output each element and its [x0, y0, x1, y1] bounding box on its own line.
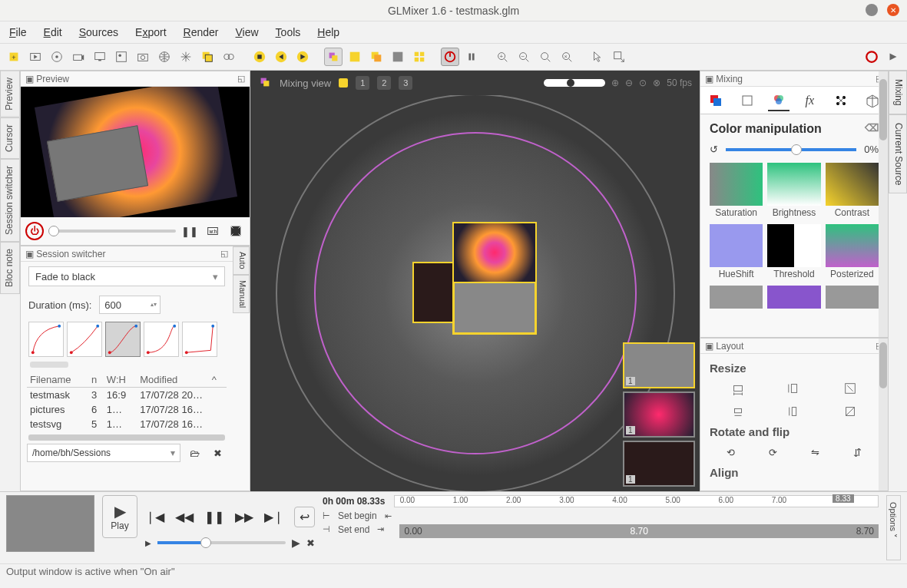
set-begin-label[interactable]: Set begin: [338, 510, 377, 521]
aspect-icon[interactable]: w:h: [204, 222, 222, 240]
set-end-label[interactable]: Set end: [338, 524, 369, 538]
step-fwd-icon[interactable]: ▶▶: [235, 510, 253, 524]
minimize-button[interactable]: [866, 4, 878, 16]
grid-view-icon[interactable]: [410, 48, 429, 66]
speed-up-icon[interactable]: ▶: [292, 537, 300, 549]
menu-render[interactable]: Render: [184, 26, 219, 38]
tab-preview[interactable]: Preview: [0, 71, 20, 117]
resize-original-icon[interactable]: [729, 402, 747, 421]
curve-2[interactable]: [67, 322, 102, 357]
menu-edit[interactable]: Edit: [44, 26, 62, 38]
slot-2[interactable]: 2: [377, 76, 391, 90]
rotate-cw-icon[interactable]: ⟳: [764, 443, 783, 461]
zoom-out-icon[interactable]: ⊖: [625, 78, 633, 88]
tab-cursor[interactable]: Cursor: [0, 117, 20, 159]
flip-h-icon[interactable]: ⇋: [806, 443, 825, 461]
source-thumb-1[interactable]: [452, 222, 537, 283]
color-amount-slider[interactable]: [726, 148, 856, 151]
goto-start-icon[interactable]: ❘◀: [145, 510, 164, 524]
pause-icon[interactable]: ❚❚: [204, 510, 224, 524]
tab-options[interactable]: Options ˅: [886, 495, 901, 560]
move-tool-icon[interactable]: [610, 48, 628, 66]
play-icon[interactable]: [293, 48, 312, 66]
add-source-icon[interactable]: +: [5, 48, 23, 66]
resize-width-icon[interactable]: [729, 379, 747, 398]
mixing-view-icon[interactable]: [324, 48, 343, 66]
source-mini-preview[interactable]: [6, 495, 94, 552]
fx-contrast[interactable]: Contrast: [826, 163, 879, 218]
time-range-bar[interactable]: 0.00 8.70 8.70: [399, 524, 879, 538]
tab-color-icon[interactable]: [768, 90, 789, 111]
reset-slider-icon[interactable]: ↺: [710, 144, 718, 155]
folder-icon[interactable]: 🗁: [185, 444, 204, 462]
speed-reset-icon[interactable]: ✖: [306, 537, 315, 549]
preview-opacity-slider[interactable]: [48, 230, 176, 233]
tab-mixing-side[interactable]: Mixing: [889, 71, 907, 114]
tab-blending-icon[interactable]: [705, 90, 727, 111]
fx-threshold[interactable]: Threshold: [767, 224, 820, 279]
video-source-icon[interactable]: [26, 48, 45, 66]
speed-slider[interactable]: [157, 541, 286, 544]
cd-source-icon[interactable]: [48, 48, 66, 66]
menu-help[interactable]: Help: [317, 26, 339, 38]
layout-scrollbar[interactable]: [879, 339, 888, 491]
undock-icon[interactable]: ◱: [220, 249, 228, 259]
menu-export[interactable]: Export: [135, 26, 166, 38]
curve-1[interactable]: [28, 322, 64, 357]
undock-icon[interactable]: ◱: [237, 74, 245, 84]
flip-v-icon[interactable]: ⇵: [849, 443, 867, 461]
layers-view-icon[interactable]: [367, 48, 386, 66]
rotate-ccw-icon[interactable]: ⟲: [722, 443, 740, 461]
web-source-icon[interactable]: [155, 48, 174, 66]
tab-current-source[interactable]: Current Source: [889, 114, 907, 193]
onair-toggle[interactable]: ⏻: [25, 222, 44, 240]
zoom-reset-icon[interactable]: ×: [558, 48, 576, 66]
pause-output-icon[interactable]: [462, 48, 481, 66]
fx-saturation[interactable]: Saturation: [710, 163, 763, 218]
curve-5[interactable]: [182, 322, 217, 357]
curve-3[interactable]: [105, 322, 141, 357]
zoom-reset-icon[interactable]: ⊗: [653, 78, 660, 88]
zoom-fit-icon[interactable]: ⊙: [639, 78, 647, 88]
catalog-item-2[interactable]: 1: [623, 391, 695, 438]
loop-icon[interactable]: ↩: [294, 507, 315, 527]
step-back-icon[interactable]: ◀◀: [175, 510, 194, 524]
delete-icon[interactable]: ✖: [208, 444, 227, 462]
fullscreen-icon[interactable]: [227, 222, 245, 240]
clear-color-icon[interactable]: ⌫: [865, 122, 879, 136]
play-button[interactable]: ▶ Play: [102, 495, 137, 538]
table-scrollbar[interactable]: [28, 434, 225, 441]
resize-fit-icon[interactable]: [841, 379, 859, 398]
tab-auto[interactable]: Auto: [233, 246, 250, 275]
menu-sources[interactable]: Sources: [79, 26, 118, 38]
close-button[interactable]: ✕: [887, 4, 899, 16]
fx-more-1[interactable]: [710, 286, 763, 310]
fade-mode-combo[interactable]: Fade to black: [28, 266, 225, 286]
mixing-scrollbar[interactable]: [879, 71, 888, 337]
time-marker[interactable]: 8.33: [833, 494, 853, 503]
fx-hueshift[interactable]: HueShift: [710, 224, 763, 279]
resize-diag-icon[interactable]: [841, 402, 859, 421]
mixing-view[interactable]: Mixing view 1 2 3 ⊕ ⊖ ⊙ ⊗ 50 fps 1: [250, 71, 700, 491]
speed-down-icon[interactable]: ▶: [145, 539, 151, 547]
tab-plugin-icon[interactable]: [830, 90, 852, 111]
rendering-view-icon[interactable]: [389, 48, 407, 66]
zoom-in-icon[interactable]: ⊕: [611, 78, 619, 88]
stop-icon[interactable]: [250, 48, 269, 66]
menu-view[interactable]: View: [236, 26, 259, 38]
expand-icon[interactable]: [884, 48, 902, 66]
zoom-fit-icon[interactable]: [536, 48, 554, 66]
tab-mask-icon[interactable]: [737, 90, 758, 111]
cursor-tool-icon[interactable]: [588, 48, 607, 66]
horiz-scrollbar[interactable]: [30, 362, 68, 368]
tab-fx-icon[interactable]: fx: [799, 90, 820, 111]
menu-file[interactable]: File: [9, 26, 27, 38]
slot-3[interactable]: 3: [399, 76, 412, 90]
clone-source-icon[interactable]: [198, 48, 217, 66]
session-file-table[interactable]: FilenamenW:HModified^ testmask316:917/07…: [21, 369, 233, 434]
loop-source-icon[interactable]: [220, 48, 238, 66]
zoom-slider[interactable]: [544, 79, 605, 87]
goto-end-icon[interactable]: ▶❘: [264, 510, 283, 524]
fx-more-3[interactable]: [826, 286, 879, 310]
catalog-item-3[interactable]: 1: [623, 441, 695, 487]
